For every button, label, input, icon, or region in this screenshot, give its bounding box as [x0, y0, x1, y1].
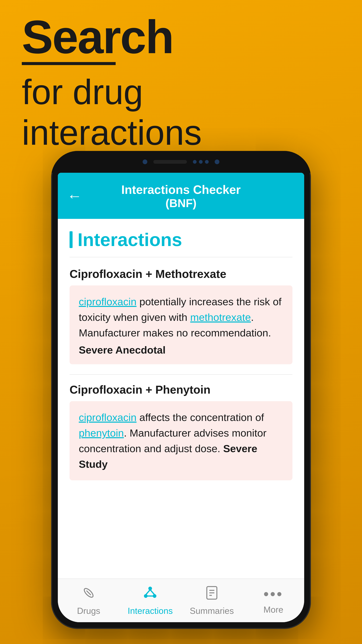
hero-search-title: Search	[22, 14, 202, 60]
interaction-item-2: Ciprofloxacin + Phenytoin ciprofloxacin …	[69, 383, 293, 480]
nav-label-interactions: Interactions	[128, 606, 173, 616]
section-accent-bar	[69, 231, 72, 248]
interactions-icon	[143, 585, 158, 603]
notch-dot-1	[193, 160, 197, 164]
interaction-card-2: ciprofloxacin affects the concentration …	[69, 401, 293, 480]
drug-link-ciprofloxacin-2[interactable]: ciprofloxacin	[79, 412, 137, 423]
app-header: ← Interactions Checker (BNF)	[58, 173, 304, 219]
content-area: Interactions Ciprofloxacin + Methotrexat…	[58, 219, 304, 578]
nav-label-more: More	[264, 604, 283, 615]
svg-line-6	[150, 590, 155, 595]
nav-tab-summaries[interactable]: Summaries	[181, 579, 243, 622]
notch-dots	[193, 160, 209, 164]
svg-line-5	[146, 590, 150, 595]
phone-shell: ← Interactions Checker (BNF) Interaction…	[51, 151, 311, 629]
section-title: Interactions	[78, 229, 182, 250]
nav-tab-more[interactable]: ••• More	[243, 579, 304, 622]
notch-camera-left	[143, 160, 147, 164]
section-divider	[69, 257, 293, 257]
summaries-icon	[204, 585, 219, 603]
hero-subtitle: for drug interactions	[22, 72, 202, 153]
interaction-text-2: ciprofloxacin affects the concentration …	[79, 410, 283, 472]
drug-link-phenytoin[interactable]: phenytoin	[79, 427, 124, 439]
hero-section: Search for drug interactions	[22, 14, 202, 153]
item-divider-1	[69, 374, 293, 375]
interaction-title-2: Ciprofloxacin + Phenytoin	[69, 383, 293, 396]
severity-label-1: Severe Anecdotal	[79, 344, 283, 356]
more-icon: •••	[264, 586, 283, 602]
header-title: Interactions Checker (BNF)	[121, 183, 241, 210]
drug-link-ciprofloxacin-1[interactable]: ciprofloxacin	[79, 296, 137, 308]
interaction-card-1: ciprofloxacin potentially increases the …	[69, 286, 293, 364]
nav-label-summaries: Summaries	[190, 606, 234, 616]
nav-label-drugs: Drugs	[77, 606, 100, 616]
drug-link-methotrexate[interactable]: methotrexate	[190, 312, 251, 323]
back-button[interactable]: ←	[67, 188, 82, 204]
notch-dot-2	[199, 160, 203, 164]
svg-point-2	[149, 587, 151, 590]
bottom-nav: Drugs Interactions	[58, 578, 304, 622]
interaction-text-1: ciprofloxacin potentially increases the …	[79, 294, 283, 340]
interaction-title-1: Ciprofloxacin + Methotrexate	[69, 267, 293, 280]
phone-screen: ← Interactions Checker (BNF) Interaction…	[58, 173, 304, 622]
section-header: Interactions	[69, 229, 293, 250]
phone-notch-bar	[51, 151, 311, 173]
drugs-icon	[81, 585, 96, 603]
notch-dot-3	[205, 160, 209, 164]
notch-camera-right	[215, 160, 219, 164]
svg-point-3	[145, 595, 147, 597]
svg-point-4	[153, 595, 156, 597]
interaction-item-1: Ciprofloxacin + Methotrexate ciprofloxac…	[69, 267, 293, 364]
notch-speaker	[153, 160, 187, 164]
nav-tab-drugs[interactable]: Drugs	[58, 579, 119, 622]
nav-tab-interactions[interactable]: Interactions	[119, 579, 181, 622]
